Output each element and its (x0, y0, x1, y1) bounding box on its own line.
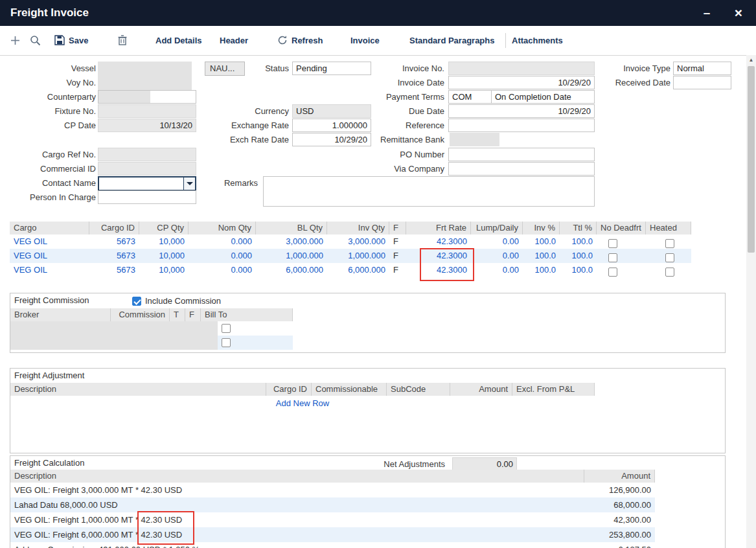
payment-terms-code-field[interactable]: COM (448, 90, 492, 104)
description-cell[interactable]: Address Commission: 491,000.00 USD * 1.2… (10, 542, 584, 548)
description-cell[interactable]: VEG OIL: Freight 6,000.000 MT * 42.30 US… (10, 527, 584, 542)
attachments-button[interactable]: Attachments (512, 26, 563, 54)
standard-paragraphs-button[interactable]: Standard Paragraphs (409, 26, 495, 54)
cp-date-field[interactable]: 10/13/20 (98, 119, 196, 132)
nom-qty-cell[interactable]: 0.000 (189, 234, 256, 249)
counterparty-field[interactable] (98, 90, 196, 104)
col-header-f[interactable]: F (185, 308, 201, 321)
col-header-amount[interactable]: Amount (450, 383, 512, 396)
table-row[interactable] (10, 336, 293, 350)
table-row[interactable]: VEG OIL 5673 10,000 0.000 1,000.000 1,00… (10, 249, 691, 263)
col-header-description[interactable]: Description (10, 470, 584, 483)
cp-qty-cell[interactable]: 10,000 (139, 234, 189, 249)
table-row[interactable]: Lahad Datu 68,000.00 USD 68,000.00 (10, 497, 655, 512)
po-number-field[interactable] (448, 148, 595, 161)
description-cell[interactable]: VEG OIL: Freight 3,000.000 MT * 42.30 US… (10, 483, 584, 497)
heated-checkbox[interactable] (665, 239, 674, 248)
cargo-id-cell[interactable]: 5673 (89, 234, 139, 249)
delete-button[interactable] (118, 26, 127, 54)
fixture-no-field[interactable] (98, 104, 196, 118)
heated-checkbox[interactable] (665, 268, 674, 277)
col-header-bill-to[interactable]: Bill To (201, 308, 293, 321)
commercial-id-field[interactable] (98, 162, 196, 176)
vessel-field[interactable] (98, 62, 192, 90)
frt-rate-cell[interactable]: 42.3000 (406, 234, 471, 249)
inv-pct-cell[interactable]: 100.0 (523, 234, 560, 249)
inv-pct-cell[interactable]: 100.0 (523, 249, 560, 263)
col-header-heated[interactable]: Heated (646, 222, 691, 234)
f-flag-cell[interactable]: F (389, 234, 406, 249)
cargo-ref-no-field[interactable] (98, 148, 196, 161)
amount-cell[interactable]: 126,900.00 (584, 483, 655, 497)
table-row[interactable]: VEG OIL: Freight 1,000.000 MT * 42.30 US… (10, 512, 655, 527)
remittance-bank-field[interactable] (450, 133, 499, 146)
due-date-field[interactable]: 10/29/20 (448, 104, 595, 118)
amount-cell[interactable]: 6,137.50 (584, 542, 655, 548)
add-details-button[interactable]: Add Details (155, 26, 202, 54)
ttl-pct-cell[interactable]: 100.0 (560, 234, 597, 249)
description-cell[interactable]: Lahad Datu 68,000.00 USD (10, 497, 584, 512)
table-row[interactable]: VEG OIL: Freight 6,000.000 MT * 42.30 US… (10, 527, 655, 542)
col-header-commission[interactable]: Commission (111, 308, 170, 321)
table-row[interactable]: VEG OIL 5673 10,000 0.000 3,000.000 3,00… (10, 234, 691, 249)
amount-cell[interactable]: 68,000.00 (584, 497, 655, 512)
col-header-frt-rate[interactable]: Frt Rate (406, 222, 471, 234)
table-row[interactable] (10, 321, 293, 336)
no-deadfrt-checkbox[interactable] (608, 268, 617, 277)
amount-cell[interactable]: 253,800.00 (584, 527, 655, 542)
ttl-pct-cell[interactable]: 100.0 (560, 263, 597, 277)
cargo-cell[interactable]: VEG OIL (10, 234, 89, 249)
search-button[interactable] (30, 26, 41, 54)
net-adjustments-field[interactable]: 0.00 (452, 457, 517, 471)
f-flag-cell[interactable]: F (389, 263, 406, 277)
amount-cell[interactable]: 42,300.00 (584, 512, 655, 527)
invoice-date-field[interactable]: 10/29/20 (448, 76, 595, 89)
include-commission-checkbox[interactable] (132, 297, 141, 306)
col-header-cargo-id[interactable]: Cargo ID (266, 383, 312, 396)
inv-pct-cell[interactable]: 100.0 (523, 263, 560, 277)
save-button[interactable]: Save (54, 26, 88, 54)
add-new-row-link[interactable]: Add New Row (10, 398, 595, 408)
table-row[interactable]: VEG OIL: Freight 3,000.000 MT * 42.30 US… (10, 483, 655, 497)
close-button[interactable]: × (725, 0, 752, 26)
table-row[interactable]: VEG OIL 5673 10,000 0.000 6,000.000 6,00… (10, 263, 691, 277)
no-deadfrt-checkbox[interactable] (608, 253, 617, 262)
bl-qty-cell[interactable]: 6,000.000 (256, 263, 327, 277)
person-in-charge-field[interactable] (98, 190, 196, 204)
minimize-button[interactable]: – (693, 0, 720, 26)
lump-daily-cell[interactable]: 0.00 (471, 234, 523, 249)
frt-rate-cell[interactable]: 42.3000 (406, 249, 471, 263)
cargo-id-cell[interactable]: 5673 (89, 263, 139, 277)
col-header-inv-pct[interactable]: Inv % (523, 222, 560, 234)
col-header-nom-qty[interactable]: Nom Qty (189, 222, 256, 234)
col-header-lump-daily[interactable]: Lump/Daily (471, 222, 523, 234)
refresh-button[interactable]: Refresh (277, 26, 323, 54)
bl-qty-cell[interactable]: 1,000.000 (256, 249, 327, 263)
cargo-cell[interactable]: VEG OIL (10, 249, 89, 263)
col-header-description[interactable]: Description (10, 383, 266, 396)
invoice-type-field[interactable]: Normal (673, 62, 731, 75)
nom-qty-cell[interactable]: 0.000 (189, 263, 256, 277)
scroll-up-icon[interactable]: ▲ (746, 55, 756, 65)
col-header-f[interactable]: F (389, 222, 406, 234)
bl-qty-cell[interactable]: 3,000.000 (256, 234, 327, 249)
col-header-cargo-id[interactable]: Cargo ID (89, 222, 139, 234)
col-header-no-deadfrt[interactable]: No Deadfrt (597, 222, 646, 234)
bill-to-checkbox[interactable] (222, 338, 231, 347)
col-header-commissionable[interactable]: Commissionable (312, 383, 387, 396)
col-header-broker[interactable]: Broker (10, 308, 111, 321)
no-deadfrt-checkbox[interactable] (608, 239, 617, 248)
f-flag-cell[interactable]: F (389, 249, 406, 263)
lump-daily-cell[interactable]: 0.00 (471, 249, 523, 263)
add-button[interactable] (10, 26, 20, 54)
scrollbar-thumb[interactable] (748, 66, 755, 253)
inv-qty-cell[interactable]: 1,000.000 (327, 249, 389, 263)
header-button[interactable]: Header (220, 26, 248, 54)
frt-rate-cell[interactable]: 42.3000 (406, 263, 471, 277)
inv-qty-cell[interactable]: 3,000.000 (327, 234, 389, 249)
invoice-no-field[interactable] (448, 62, 595, 75)
col-header-inv-qty[interactable]: Inv Qty (327, 222, 389, 234)
table-row[interactable]: Address Commission: 491,000.00 USD * 1.2… (10, 542, 655, 548)
via-company-field[interactable] (448, 162, 595, 176)
cargo-cell[interactable]: VEG OIL (10, 263, 89, 277)
